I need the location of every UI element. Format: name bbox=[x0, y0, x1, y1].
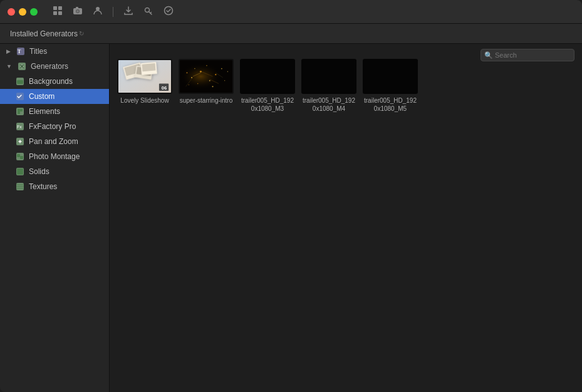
minimize-button[interactable] bbox=[19, 8, 26, 16]
sidebar-item-backgrounds-label: Backgrounds bbox=[29, 77, 73, 86]
sidebar-item-backgrounds[interactable]: Backgrounds bbox=[0, 74, 109, 89]
grid-icon[interactable] bbox=[53, 6, 63, 18]
thumbnail-trailer-m4[interactable]: trailer005_HD_192 0x1080_M4 bbox=[301, 59, 356, 113]
photomontage-icon bbox=[15, 152, 25, 162]
app-container: Installed Generators ↻ ▶ T Titles ▼ bbox=[0, 24, 582, 392]
sidebar-item-elements-label: Elements bbox=[29, 107, 60, 116]
download-icon[interactable] bbox=[123, 6, 133, 18]
svg-rect-19 bbox=[18, 109, 20, 111]
camera-icon[interactable] bbox=[73, 6, 83, 18]
sidebar-item-custom-label: Custom bbox=[29, 92, 55, 101]
generators-icon bbox=[17, 61, 27, 71]
sidebar-item-fxfactory[interactable]: Fx FxFactory Pro bbox=[0, 119, 109, 134]
separator bbox=[113, 7, 113, 17]
thumbnail-trailer-m3[interactable]: trailer005_HD_192 0x1080_M3 bbox=[240, 59, 295, 113]
thumb-super-starring-label: super-starring-intro bbox=[180, 96, 232, 105]
super-starring-svg bbox=[180, 59, 232, 94]
thumb-trailer-m3-label: trailer005_HD_192 0x1080_M3 bbox=[240, 96, 295, 113]
svg-rect-27 bbox=[20, 156, 23, 159]
titles-arrow: ▶ bbox=[6, 48, 11, 54]
main-content: 🔍 bbox=[110, 44, 582, 392]
svg-rect-0 bbox=[53, 6, 57, 10]
thumbnail-lovely-slideshow[interactable]: 06 Lovely Slideshow bbox=[117, 59, 172, 113]
sidebar-item-custom[interactable]: Custom bbox=[0, 89, 109, 104]
search-input[interactable] bbox=[481, 49, 574, 61]
solids-icon bbox=[15, 167, 25, 177]
thumb-trailer-m5-img bbox=[363, 59, 418, 94]
sidebar-item-textures[interactable]: Textures bbox=[0, 179, 109, 194]
lovely-slideshow-svg: 06 bbox=[118, 59, 171, 94]
search-wrapper: 🔍 bbox=[481, 49, 574, 61]
titlebar-toolbar bbox=[53, 6, 174, 18]
person-icon[interactable] bbox=[93, 6, 103, 18]
sidebar-item-fxfactory-label: FxFactory Pro bbox=[29, 122, 76, 131]
content-area: ▶ T Titles ▼ bbox=[0, 44, 582, 392]
elements-icon bbox=[15, 106, 25, 116]
sidebar-item-textures-label: Textures bbox=[29, 182, 57, 191]
sidebar-item-panzoom-label: Pan and Zoom bbox=[29, 137, 78, 146]
sidebar-item-photomontage[interactable]: Photo Montage bbox=[0, 149, 109, 164]
svg-point-8 bbox=[96, 7, 100, 11]
sidebar: ▶ T Titles ▼ bbox=[0, 44, 110, 392]
sidebar-item-solids-label: Solids bbox=[29, 167, 49, 176]
svg-rect-40 bbox=[142, 63, 156, 71]
titlebar bbox=[0, 0, 582, 24]
svg-rect-18 bbox=[16, 108, 24, 115]
thumbnail-super-starring[interactable]: super-starring-intro bbox=[179, 59, 234, 113]
panzoom-icon bbox=[15, 137, 25, 147]
custom-icon bbox=[15, 91, 25, 101]
svg-text:Fx: Fx bbox=[17, 125, 22, 129]
traffic-lights bbox=[8, 8, 38, 16]
svg-text:06: 06 bbox=[162, 85, 167, 91]
svg-rect-2 bbox=[53, 11, 57, 15]
svg-rect-20 bbox=[20, 109, 23, 111]
generators-arrow: ▼ bbox=[6, 63, 12, 70]
svg-rect-29 bbox=[17, 168, 23, 175]
sidebar-item-solids[interactable]: Solids bbox=[0, 164, 109, 179]
thumb-trailer-m4-img bbox=[301, 59, 356, 94]
sidebar-item-generators[interactable]: ▼ Generators bbox=[0, 59, 109, 74]
thumb-lovely-slideshow-img: 06 bbox=[117, 59, 172, 94]
sidebar-item-photomontage-label: Photo Montage bbox=[29, 152, 80, 161]
fxfactory-icon: Fx bbox=[15, 121, 25, 132]
thumb-super-starring-img bbox=[179, 59, 234, 94]
sidebar-item-elements[interactable]: Elements bbox=[0, 104, 109, 119]
svg-rect-1 bbox=[58, 6, 62, 10]
thumbnails-grid: 06 Lovely Slideshow bbox=[117, 56, 574, 113]
svg-rect-26 bbox=[17, 154, 20, 157]
titles-icon: T bbox=[16, 46, 26, 56]
textures-icon bbox=[15, 182, 25, 192]
backgrounds-icon bbox=[15, 76, 25, 86]
svg-rect-62 bbox=[180, 59, 232, 93]
svg-rect-21 bbox=[18, 111, 20, 114]
sidebar-item-panzoom[interactable]: Pan and Zoom bbox=[0, 134, 109, 149]
spinner-icon: ↻ bbox=[79, 30, 84, 37]
thumb-trailer-m5-label: trailer005_HD_192 0x1080_M5 bbox=[363, 96, 418, 113]
checkmark-icon[interactable] bbox=[164, 6, 174, 18]
search-icon: 🔍 bbox=[484, 51, 493, 59]
svg-point-6 bbox=[76, 10, 79, 13]
svg-text:T: T bbox=[18, 49, 21, 54]
thumb-trailer-m4-label: trailer005_HD_192 0x1080_M4 bbox=[301, 96, 356, 113]
svg-rect-7 bbox=[76, 7, 78, 9]
svg-rect-16 bbox=[17, 80, 23, 84]
top-bar: Installed Generators ↻ bbox=[0, 24, 582, 44]
close-button[interactable] bbox=[8, 8, 15, 16]
sidebar-item-titles-label: Titles bbox=[29, 47, 47, 56]
svg-rect-3 bbox=[58, 11, 62, 15]
installed-generators-title: Installed Generators bbox=[10, 29, 78, 38]
thumb-trailer-m3-img bbox=[240, 59, 295, 94]
thumb-lovely-slideshow-label: Lovely Slideshow bbox=[120, 96, 169, 105]
sidebar-item-generators-label: Generators bbox=[31, 62, 68, 71]
search-bar: 🔍 bbox=[481, 49, 574, 61]
key-icon[interactable] bbox=[143, 6, 153, 18]
sidebar-item-titles[interactable]: ▶ T Titles bbox=[0, 44, 109, 59]
maximize-button[interactable] bbox=[30, 8, 38, 16]
thumbnail-trailer-m5[interactable]: trailer005_HD_192 0x1080_M5 bbox=[363, 59, 418, 113]
